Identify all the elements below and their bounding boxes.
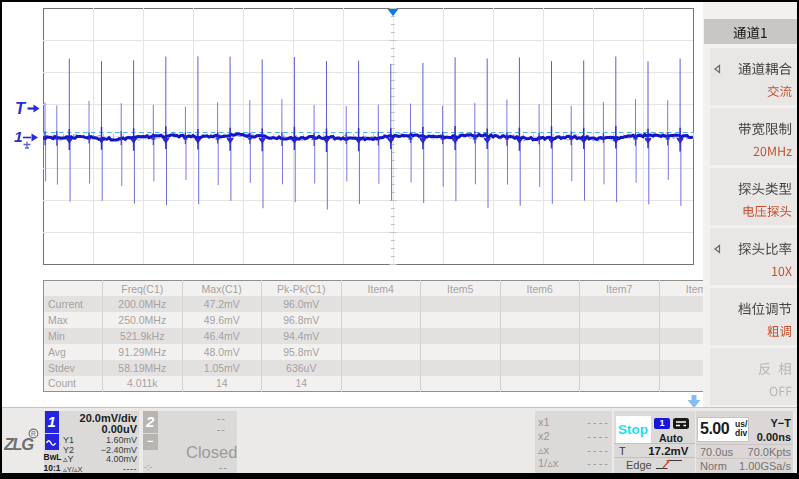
- svg-text:T: T: [15, 99, 27, 117]
- svg-text:ZLG: ZLG: [4, 435, 34, 453]
- svg-text:R: R: [31, 430, 36, 437]
- svg-text:1: 1: [14, 128, 23, 145]
